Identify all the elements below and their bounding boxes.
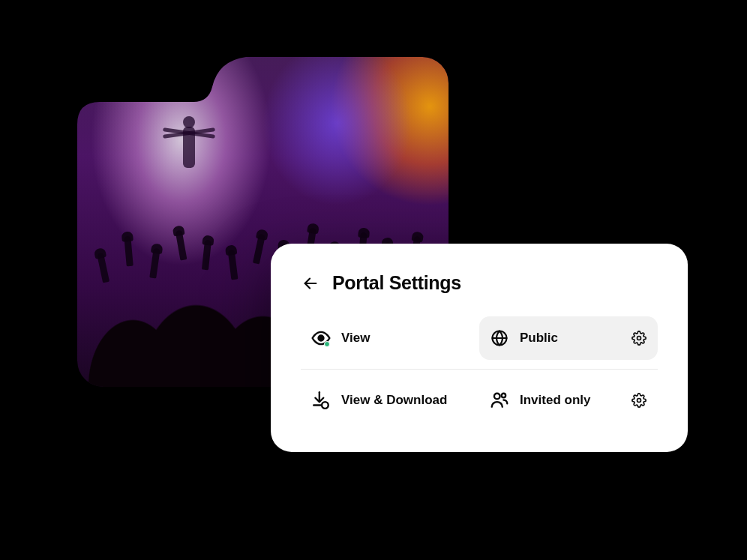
svg-point-6 <box>322 402 328 409</box>
card-header: Portal Settings <box>301 272 658 294</box>
arrow-left-icon <box>302 275 319 292</box>
permission-view[interactable]: View <box>301 316 479 360</box>
back-button[interactable] <box>301 274 320 293</box>
gear-icon <box>632 393 646 408</box>
visibility-public-label: Public <box>520 331 620 346</box>
permission-view-label: View <box>341 331 469 346</box>
download-icon <box>311 391 331 410</box>
svg-point-7 <box>494 394 500 400</box>
settings-grid: View Public <box>301 316 658 422</box>
eye-icon <box>311 328 331 348</box>
card-title: Portal Settings <box>332 272 461 294</box>
portal-settings-card: Portal Settings View Public <box>271 244 688 452</box>
svg-point-9 <box>638 399 641 403</box>
visibility-invited-only-label: Invited only <box>520 393 620 408</box>
visibility-public[interactable]: Public <box>479 316 658 360</box>
visibility-invited-only[interactable]: Invited only <box>479 379 658 422</box>
users-icon <box>490 391 509 410</box>
gear-icon <box>632 331 646 346</box>
svg-point-4 <box>638 337 641 340</box>
public-settings-button[interactable] <box>631 330 647 346</box>
permission-view-download[interactable]: View & Download <box>301 379 479 422</box>
permission-view-download-label: View & Download <box>341 393 469 408</box>
divider <box>301 369 658 370</box>
svg-point-8 <box>502 394 506 397</box>
performer-silhouette <box>163 116 215 187</box>
globe-icon <box>490 328 509 348</box>
invited-settings-button[interactable] <box>631 392 647 409</box>
svg-point-1 <box>319 336 324 341</box>
